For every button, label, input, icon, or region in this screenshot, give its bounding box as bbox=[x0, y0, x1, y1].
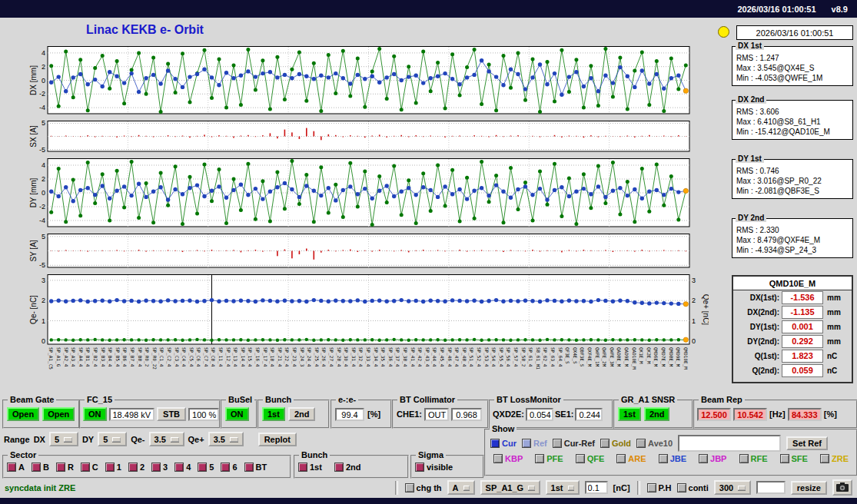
bunch-1st-button[interactable]: 1st bbox=[262, 407, 285, 421]
checkbox-chg-th[interactable]: chg th bbox=[405, 483, 442, 492]
checkbox-jbe[interactable]: JBE bbox=[659, 454, 686, 463]
replot-button[interactable]: Replot bbox=[258, 433, 297, 446]
ref-file-input[interactable] bbox=[678, 435, 781, 452]
svg-text:-2: -2 bbox=[39, 90, 45, 98]
svg-text:2: 2 bbox=[42, 297, 45, 304]
monitor-row-unit: mm bbox=[827, 323, 841, 331]
bunch-select[interactable]: 1st bbox=[546, 480, 580, 495]
checkbox-sector-5-label: 5 bbox=[209, 463, 214, 472]
checkbox-bunch-1st[interactable]: 1st bbox=[298, 463, 322, 472]
dy-2nd-rms: RMS : 2.330 bbox=[736, 225, 852, 235]
checkbox-sigma-visible[interactable]: visible bbox=[415, 463, 453, 472]
checkbox-sector-b-box bbox=[32, 463, 41, 472]
fc15-on-button[interactable]: ON bbox=[83, 407, 107, 421]
checkbox-conti[interactable]: conti bbox=[677, 483, 709, 492]
checkbox-zre[interactable]: ZRE bbox=[820, 454, 849, 463]
set-ref-button[interactable]: Set Ref bbox=[786, 436, 828, 450]
window-bottom-strip bbox=[0, 498, 857, 504]
snsr-2nd-button[interactable]: 2nd bbox=[644, 407, 670, 421]
dy-2nd-stats-title: DY 2nd bbox=[736, 214, 766, 222]
range-dy-select[interactable]: 5 bbox=[98, 432, 127, 446]
dy-orbit-plot[interactable]: -4-2024DY [mm] bbox=[29, 158, 709, 227]
charge-plot[interactable]: 00112233Qe- [nC]Qe+ [nC] bbox=[29, 274, 709, 345]
threshold-input[interactable] bbox=[585, 481, 608, 494]
screenshot-button[interactable] bbox=[832, 479, 852, 496]
checkbox-sector-5[interactable]: 5 bbox=[198, 463, 214, 472]
checkbox-cur-ref[interactable]: Cur-Ref bbox=[553, 439, 595, 448]
checkbox-ave10[interactable]: Ave10 bbox=[636, 439, 673, 448]
checkbox-sector-a[interactable]: A bbox=[7, 463, 25, 472]
range-dx-select[interactable]: 5 bbox=[49, 432, 78, 446]
svg-text:DX [mm]: DX [mm] bbox=[29, 65, 38, 95]
checkbox-kbp[interactable]: KBP bbox=[493, 454, 523, 463]
checkbox-sector-r-label: R bbox=[68, 463, 74, 472]
dx-2nd-rms: RMS : 3.606 bbox=[736, 107, 852, 117]
checkbox-sector-3-box bbox=[151, 463, 161, 472]
sx-steering-plot[interactable]: -55SX [A] bbox=[29, 121, 709, 152]
monitor-row-unit: nC bbox=[827, 352, 837, 360]
threshold-unit: [nC] bbox=[613, 483, 630, 492]
checkbox-cur-box bbox=[490, 439, 500, 448]
sy-steering-plot[interactable]: -55SY [A] bbox=[29, 234, 709, 268]
checkbox-sector-r[interactable]: R bbox=[56, 463, 74, 472]
dx-2nd-max: Max : 6.410@S8_61_H1 bbox=[736, 117, 852, 127]
checkbox-are[interactable]: ARE bbox=[616, 454, 646, 463]
checkbox-ph[interactable]: P.H bbox=[647, 483, 672, 492]
checkbox-sector-4[interactable]: 4 bbox=[174, 463, 191, 472]
monitor-row-value: 1.823 bbox=[782, 350, 823, 363]
checkbox-sector-3[interactable]: 3 bbox=[151, 463, 168, 472]
checkbox-cur[interactable]: Cur bbox=[490, 439, 517, 448]
monitor-select[interactable]: SP_A1_G bbox=[480, 480, 540, 495]
checkbox-chg-th-label: chg th bbox=[417, 483, 442, 492]
checkbox-sector-r-box bbox=[56, 463, 65, 472]
range-qep-select[interactable]: 3.5 bbox=[208, 432, 244, 446]
checkbox-sector-bt[interactable]: BT bbox=[244, 463, 267, 472]
beam-rep-pct-unit: [%] bbox=[824, 410, 837, 419]
checkbox-sfe[interactable]: SFE bbox=[780, 454, 808, 463]
checkbox-sfe-label: SFE bbox=[792, 454, 808, 463]
checkbox-gold[interactable]: Gold bbox=[600, 439, 631, 448]
dx-orbit-plot[interactable]: -4-2024DX [mm] bbox=[29, 46, 709, 114]
svg-text:1: 1 bbox=[42, 317, 45, 325]
option-menu-dash-icon bbox=[112, 437, 121, 442]
fc15-stb-button[interactable]: STB bbox=[157, 407, 186, 421]
interval-select[interactable]: 300 bbox=[714, 480, 751, 495]
checkbox-jbp[interactable]: JBP bbox=[699, 454, 726, 463]
checkbox-ref[interactable]: Ref bbox=[522, 439, 547, 448]
checkbox-sector-c[interactable]: C bbox=[81, 463, 98, 472]
busel-on-button[interactable]: ON bbox=[225, 407, 249, 421]
qxd2e-label: QXD2E: bbox=[493, 410, 524, 419]
sector-select[interactable]: A bbox=[447, 480, 475, 495]
resize-button[interactable]: resize bbox=[791, 481, 827, 495]
checkbox-sector-b[interactable]: B bbox=[32, 463, 49, 472]
checkbox-qfe-label: QFE bbox=[587, 454, 605, 463]
checkbox-rfe[interactable]: RFE bbox=[739, 454, 768, 463]
range-qem-label: Qe- bbox=[131, 435, 144, 444]
interval-select-value: 300 bbox=[719, 483, 733, 492]
monitor-row-q1: Q(1st): 1.823 nC bbox=[733, 349, 852, 363]
checkbox-sector-1[interactable]: 1 bbox=[105, 463, 121, 472]
beam-gate-open-2-button[interactable]: Open bbox=[42, 407, 75, 421]
misc-input[interactable] bbox=[756, 481, 786, 494]
qxd2e-value: 0.054 bbox=[526, 408, 553, 421]
bunch-2nd-button[interactable]: 2nd bbox=[288, 407, 316, 421]
beam-gate-open-1-button[interactable]: Open bbox=[7, 407, 39, 421]
dx-1st-stats: DX 1st RMS : 1.247 Max : 3.545@QX4E_S Mi… bbox=[732, 46, 853, 86]
checkbox-ref-label: Ref bbox=[533, 439, 547, 448]
checkbox-sector-c-box bbox=[81, 463, 90, 472]
checkbox-sector-2[interactable]: 2 bbox=[128, 463, 144, 472]
range-qem-select[interactable]: 3.5 bbox=[149, 432, 184, 446]
checkbox-zre-label: ZRE bbox=[832, 454, 849, 463]
checkbox-sector-bt-box bbox=[244, 463, 254, 472]
checkbox-qfe[interactable]: QFE bbox=[576, 454, 605, 463]
checkbox-pfe[interactable]: PFE bbox=[535, 454, 563, 463]
svg-text:SY [A]: SY [A] bbox=[29, 240, 38, 261]
checkbox-bunch-2nd[interactable]: 2nd bbox=[334, 463, 361, 472]
snsr-1st-button[interactable]: 1st bbox=[618, 407, 641, 421]
checkbox-sector-6[interactable]: 6 bbox=[221, 463, 237, 472]
checkbox-sigma-visible-label: visible bbox=[427, 463, 453, 472]
monitor-row-unit: mm bbox=[827, 308, 841, 317]
se1-label: SE1: bbox=[555, 410, 573, 419]
dy-2nd-max: Max : 8.479@QXF4E_M bbox=[736, 235, 852, 245]
svg-text:1: 1 bbox=[692, 317, 696, 325]
